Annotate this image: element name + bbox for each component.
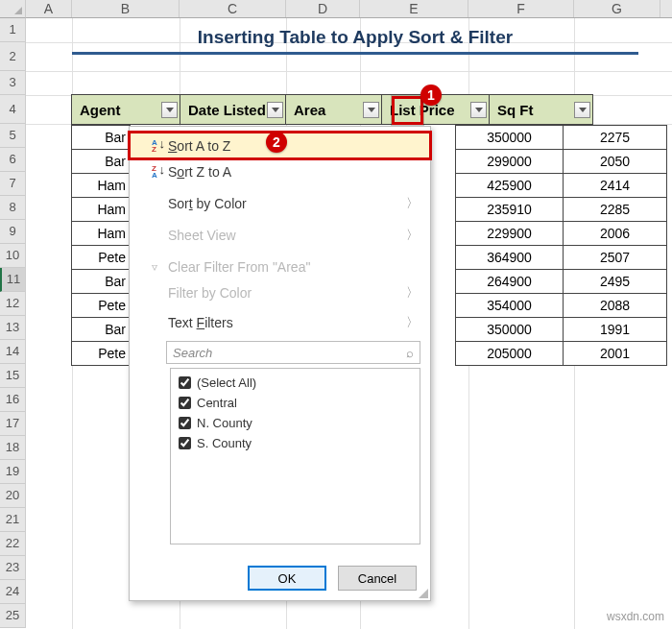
- row-header[interactable]: 22: [0, 532, 25, 556]
- cell-sq[interactable]: 2001: [563, 341, 667, 366]
- column-headers: A B C D E F G: [26, 0, 672, 18]
- cell-agent[interactable]: Bar: [71, 317, 131, 342]
- select-all-corner[interactable]: [0, 0, 26, 18]
- cell-agent[interactable]: Pete: [71, 245, 131, 270]
- row-header[interactable]: 10: [0, 244, 25, 268]
- menu-sort-color[interactable]: Sort by Color 〉: [130, 190, 430, 216]
- cell-sq[interactable]: 2414: [563, 173, 667, 198]
- col-header-C[interactable]: C: [180, 0, 286, 17]
- page-title: Inserting Table to Apply Sort & Filter: [72, 27, 638, 55]
- cell-agent[interactable]: Ham: [71, 197, 131, 222]
- annotation-callout-2: 2: [266, 132, 287, 153]
- col-header-B[interactable]: B: [72, 0, 180, 17]
- cell-list[interactable]: 425900: [455, 173, 564, 198]
- row-header[interactable]: 14: [0, 340, 25, 364]
- cell-list[interactable]: 229900: [455, 221, 564, 246]
- row-header[interactable]: 1: [0, 18, 25, 42]
- row-header[interactable]: 13: [0, 316, 25, 340]
- row-header[interactable]: 8: [0, 196, 25, 220]
- filter-dropdown-agent[interactable]: [161, 102, 178, 118]
- annotation-box-1: [392, 96, 423, 125]
- cell-list[interactable]: 205000: [455, 341, 564, 366]
- row-header[interactable]: 25: [0, 604, 25, 628]
- check-select-all[interactable]: (Select All): [179, 373, 412, 393]
- row-header[interactable]: 3: [0, 71, 25, 95]
- menu-text-filters[interactable]: Text Filters 〉: [130, 309, 430, 335]
- cell-sq[interactable]: 2507: [563, 245, 667, 270]
- header-sqft[interactable]: Sq Ft: [489, 94, 593, 125]
- filter-dropdown-sqft[interactable]: [574, 102, 590, 118]
- cell-agent[interactable]: Bar: [71, 125, 131, 150]
- filter-search-input[interactable]: Search ⌕: [166, 341, 420, 364]
- cell-sq[interactable]: 2088: [563, 293, 667, 318]
- row-header[interactable]: 19: [0, 460, 25, 484]
- menu-sort-za[interactable]: ZA↓ Sort Z to A: [130, 158, 430, 184]
- chevron-right-icon: 〉: [406, 195, 419, 212]
- cell-agent[interactable]: Ham: [71, 221, 131, 246]
- ok-button[interactable]: OK: [248, 566, 326, 591]
- cell-list[interactable]: 235910: [455, 197, 564, 222]
- annotation-callout-1: 1: [420, 85, 442, 106]
- row-header[interactable]: 18: [0, 436, 25, 460]
- header-area[interactable]: Area: [285, 94, 382, 125]
- filter-checklist[interactable]: (Select All) Central N. County S. County: [170, 368, 420, 544]
- filter-menu: AZ↓ Sort A to Z ZA↓ Sort Z to A Sort by …: [129, 126, 431, 601]
- col-header-A[interactable]: A: [26, 0, 72, 17]
- row-header[interactable]: 4: [0, 95, 25, 124]
- row-header[interactable]: 11: [0, 268, 25, 292]
- menu-filter-color: Filter by Color 〉: [130, 279, 430, 305]
- row-header[interactable]: 2: [0, 42, 25, 71]
- filter-dropdown-date[interactable]: [267, 102, 283, 118]
- resize-gripper[interactable]: [419, 589, 428, 598]
- sort-az-icon: AZ↓: [141, 139, 168, 153]
- chevron-right-icon: 〉: [406, 284, 419, 302]
- row-header[interactable]: 6: [0, 148, 25, 172]
- col-header-D[interactable]: D: [286, 0, 360, 17]
- check-item[interactable]: S. County: [179, 433, 412, 453]
- cancel-button[interactable]: Cancel: [338, 566, 417, 591]
- row-header[interactable]: 21: [0, 508, 25, 532]
- row-header[interactable]: 17: [0, 412, 25, 436]
- cell-agent[interactable]: Bar: [71, 269, 131, 294]
- row-header[interactable]: 12: [0, 292, 25, 316]
- row-header[interactable]: 5: [0, 124, 25, 148]
- filter-dropdown-list[interactable]: [470, 102, 487, 118]
- filter-dropdown-area[interactable]: [363, 102, 379, 118]
- chevron-right-icon: 〉: [406, 314, 419, 331]
- col-header-E[interactable]: E: [360, 0, 468, 17]
- col-header-G[interactable]: G: [574, 0, 660, 17]
- cell-agent[interactable]: Bar: [71, 149, 131, 174]
- row-header[interactable]: 15: [0, 364, 25, 388]
- cell-list[interactable]: 264900: [455, 269, 564, 294]
- header-agent[interactable]: Agent: [71, 94, 180, 125]
- chevron-right-icon: 〉: [406, 227, 419, 244]
- cell-agent[interactable]: Pete: [71, 341, 131, 366]
- col-header-F[interactable]: F: [468, 0, 574, 17]
- check-item[interactable]: Central: [179, 393, 412, 413]
- row-header[interactable]: 24: [0, 580, 25, 604]
- row-header[interactable]: 9: [0, 220, 25, 244]
- cell-sq[interactable]: 2275: [563, 125, 667, 150]
- data-table: Agent Date Listed Area List Price Sq Ft: [72, 95, 593, 125]
- row-header[interactable]: 7: [0, 172, 25, 196]
- table-body-right: 3500002275 2990002050 4259002414 2359102…: [456, 126, 667, 366]
- cell-agent[interactable]: Ham: [71, 173, 131, 198]
- cell-list[interactable]: 354000: [455, 293, 564, 318]
- cell-list[interactable]: 299000: [455, 149, 564, 174]
- cell-list[interactable]: 364900: [455, 245, 564, 270]
- cell-agent[interactable]: Pete: [71, 293, 131, 318]
- cell-sq[interactable]: 2495: [563, 269, 667, 294]
- table-body-left: Bar Bar Ham Ham Ham Pete Bar Pete Bar Pe…: [72, 126, 131, 366]
- check-item[interactable]: N. County: [179, 413, 412, 433]
- row-header[interactable]: 16: [0, 388, 25, 412]
- header-date[interactable]: Date Listed: [180, 94, 286, 125]
- cell-sq[interactable]: 1991: [563, 317, 667, 342]
- watermark: wsxdn.com: [607, 610, 664, 623]
- cell-sq[interactable]: 2006: [563, 221, 667, 246]
- cell-sq[interactable]: 2285: [563, 197, 667, 222]
- cell-sq[interactable]: 2050: [563, 149, 667, 174]
- row-header[interactable]: 20: [0, 484, 25, 508]
- cell-list[interactable]: 350000: [455, 317, 564, 342]
- row-header[interactable]: 23: [0, 556, 25, 580]
- cell-list[interactable]: 350000: [455, 125, 564, 150]
